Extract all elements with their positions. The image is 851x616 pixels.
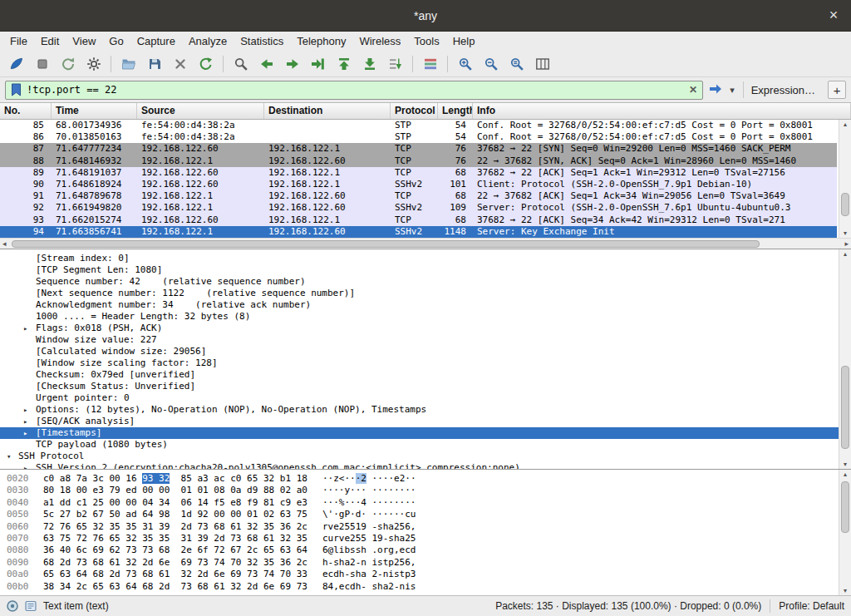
title-bar[interactable]: *any × [0, 0, 851, 32]
menu-statistics[interactable]: Statistics [234, 32, 290, 52]
detail-line[interactable]: Sequence number: 42 (relative sequence n… [0, 276, 851, 288]
display-filter-input[interactable]: !tcp.port == 22 ✕ [5, 81, 703, 100]
menu-tools[interactable]: Tools [407, 32, 445, 52]
start-capture-button[interactable] [3, 53, 29, 76]
filter-clear-icon[interactable]: ✕ [689, 85, 697, 95]
hex-row-00a0[interactable]: 00a065 63 64 68 2d 73 68 61 32 2d 6e 69 … [0, 569, 851, 580]
collapse-icon[interactable]: ▾ [7, 451, 11, 462]
packet-row-92[interactable]: 9271.661949820192.168.122.1192.168.122.6… [0, 202, 837, 214]
detail-line[interactable]: ▾SSH Protocol [0, 451, 851, 462]
go-back-button[interactable] [253, 53, 279, 76]
detail-line[interactable]: ▸SSH Version 2 (encryption:chacha20-poly… [0, 462, 851, 469]
detail-line[interactable]: [Checksum Status: Unverified] [0, 381, 851, 392]
hex-row-00b0[interactable]: 00b038 34 2c 65 63 64 68 2d 73 68 61 32 … [0, 581, 851, 593]
scrollbar-thumb[interactable] [841, 193, 849, 216]
detail-line[interactable]: ▸[SEQ/ACK analysis] [0, 416, 851, 427]
menu-file[interactable]: File [3, 32, 34, 52]
expert-info-icon[interactable] [7, 600, 18, 612]
menu-go[interactable]: Go [102, 32, 130, 52]
auto-scroll-button[interactable] [382, 53, 408, 76]
hscrollbar-thumb[interactable] [12, 240, 760, 248]
hex-row-0030[interactable]: 003080 18 00 e3 79 ed 00 00 01 01 08 0a … [0, 485, 851, 496]
packet-row-86[interactable]: 8670.013850163fe:54:00:d4:38:2aSTP54Conf… [0, 131, 837, 143]
hex-row-0050[interactable]: 00505c 27 b2 67 50 ad 64 98 1d 92 00 00 … [0, 509, 851, 520]
packet-row-89[interactable]: 8971.648191037192.168.122.60192.168.122.… [0, 167, 837, 179]
packet-row-94[interactable]: 9471.663856741192.168.122.1192.168.122.6… [0, 226, 837, 238]
colorize-packets-button[interactable] [417, 53, 443, 76]
menu-view[interactable]: View [66, 32, 102, 52]
detail-line[interactable]: ▸Options: (12 bytes), No-Operation (NOP)… [0, 404, 851, 416]
packet-row-91[interactable]: 9171.648789678192.168.122.1192.168.122.6… [0, 190, 837, 202]
scroll-down-icon[interactable]: ▾ [839, 586, 851, 595]
stop-capture-button[interactable] [29, 53, 55, 76]
packet-row-88[interactable]: 8871.648146932192.168.122.1192.168.122.6… [0, 155, 837, 167]
expression-button[interactable]: Expression… [743, 81, 823, 98]
packet-row-85[interactable]: 8568.001734936fe:54:00:d4:38:2aSTP54Conf… [0, 120, 837, 131]
detail-line[interactable]: [Stream index: 0] [0, 253, 851, 264]
zoom-out-button[interactable] [478, 53, 504, 76]
column-header-info[interactable]: Info [473, 103, 851, 119]
open-file-button[interactable] [116, 53, 141, 76]
detail-line[interactable]: Checksum: 0x79ed [unverified] [0, 369, 851, 381]
expand-icon[interactable]: ▸ [23, 323, 27, 334]
go-to-packet-button[interactable] [305, 53, 331, 76]
menu-analyze[interactable]: Analyze [182, 32, 234, 52]
find-packet-button[interactable] [228, 53, 253, 76]
column-header-source[interactable]: Source [137, 103, 264, 119]
menu-capture[interactable]: Capture [130, 32, 182, 52]
scroll-down-icon[interactable]: ▾ [839, 229, 851, 238]
detail-line[interactable]: ▸Flags: 0x018 (PSH, ACK) [0, 323, 851, 334]
column-header-protocol[interactable]: Protocol [391, 103, 438, 119]
column-header-time[interactable]: Time [52, 103, 137, 119]
scrollbar-thumb[interactable] [841, 366, 849, 449]
scroll-left-icon[interactable]: ◂ [2, 239, 7, 249]
filter-apply-button[interactable] [706, 83, 725, 97]
packet-row-87[interactable]: 8771.647777234192.168.122.60192.168.122.… [0, 143, 837, 155]
add-filter-button[interactable]: + [828, 81, 846, 99]
detail-line[interactable]: Urgent pointer: 0 [0, 392, 851, 404]
close-file-button[interactable] [167, 53, 193, 76]
expand-icon[interactable]: ▸ [23, 404, 27, 416]
expand-icon[interactable]: ▸ [23, 427, 27, 439]
save-file-button[interactable] [141, 53, 167, 76]
hex-row-0080[interactable]: 008036 40 6c 69 62 73 73 68 2e 6f 72 67 … [0, 545, 851, 556]
go-first-button[interactable] [331, 53, 357, 76]
hex-row-0060[interactable]: 006072 76 65 32 35 35 31 39 2d 73 68 61 … [0, 521, 851, 533]
close-window-button[interactable]: × [824, 7, 843, 25]
detail-line[interactable]: [Next sequence number: 1122 (relative se… [0, 288, 851, 299]
packet-row-93[interactable]: 9371.662015274192.168.122.60192.168.122.… [0, 214, 837, 226]
detail-line[interactable]: Acknowledgment number: 34 (relative ack … [0, 299, 851, 311]
scroll-right-icon[interactable]: ▸ [844, 239, 849, 249]
hex-scrollbar[interactable]: ▴ ▾ [839, 470, 851, 595]
detail-line[interactable]: ▸[Timestamps] [0, 427, 851, 439]
menu-help[interactable]: Help [446, 32, 482, 52]
column-header-no[interactable]: No. [0, 103, 52, 119]
detail-line[interactable]: [TCP Segment Len: 1080] [0, 264, 851, 276]
hex-row-0040[interactable]: 0040a1 dd c1 25 00 00 04 34 06 14 f5 e8 … [0, 497, 851, 509]
detail-line[interactable]: [Calculated window size: 29056] [0, 346, 851, 357]
zoom-in-button[interactable] [452, 53, 478, 76]
details-scrollbar[interactable]: ▴ ▾ [839, 249, 851, 469]
restart-capture-button[interactable] [55, 53, 81, 76]
go-forward-button[interactable] [279, 53, 305, 76]
hex-row-0070[interactable]: 007063 75 72 76 65 32 35 35 31 39 2d 73 … [0, 533, 851, 545]
expand-icon[interactable]: ▸ [23, 462, 27, 469]
filter-history-dropdown[interactable]: ▾ [728, 85, 736, 96]
detail-line[interactable]: [Window size scaling factor: 128] [0, 357, 851, 369]
column-header-destination[interactable]: Destination [264, 103, 391, 119]
detail-line[interactable]: Window size value: 227 [0, 334, 851, 346]
scroll-up-icon[interactable]: ▴ [839, 249, 851, 259]
filter-bookmark-icon[interactable] [11, 83, 22, 96]
menu-wireless[interactable]: Wireless [352, 32, 407, 52]
packet-list-hscroll[interactable]: ◂ ▸ [0, 238, 851, 249]
detail-line[interactable]: 1000 .... = Header Length: 32 bytes (8) [0, 311, 851, 323]
annotation-icon[interactable] [25, 600, 37, 612]
expand-icon[interactable]: ▸ [23, 416, 27, 427]
reload-file-button[interactable] [193, 53, 219, 76]
scroll-up-icon[interactable]: ▴ [839, 120, 851, 129]
hex-row-0090[interactable]: 009068 2d 73 68 61 32 2d 6e 69 73 74 70 … [0, 557, 851, 569]
menu-edit[interactable]: Edit [34, 32, 66, 52]
scroll-up-icon[interactable]: ▴ [839, 470, 851, 479]
column-header-length[interactable]: Length [438, 103, 473, 119]
go-last-button[interactable] [357, 53, 382, 76]
